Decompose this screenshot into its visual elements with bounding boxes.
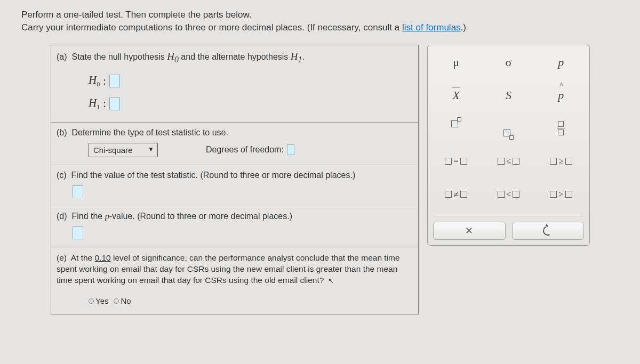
h0-input[interactable] [109,75,120,87]
no-label: No [121,296,131,306]
p-sym: p [105,212,109,221]
formulas-link[interactable]: list of formulas [402,22,461,33]
sym-p[interactable]: p [538,51,584,74]
part-a-text-mid: and the alternate hypothesis [179,52,291,61]
part-e-label: (e) [57,253,67,262]
section-e: (e) At the 0.10 level of significance, c… [51,247,418,314]
degrees-input[interactable] [287,144,294,155]
section-a: (a) State the null hypothesis H0 and the… [51,45,418,123]
ge-label: ≥ [558,156,563,167]
part-c-label: (c) [57,171,67,180]
h0-sym: H [167,51,174,62]
h0-sub: 0 [174,54,179,63]
sym-eq[interactable]: = [433,150,479,173]
ne-label: ≠ [453,189,458,200]
sym-fraction[interactable] [538,117,584,140]
sym-superscript[interactable] [433,117,479,140]
clear-button[interactable]: ✕ [433,222,506,240]
radio-yes[interactable]: Yes [89,296,108,306]
sym-subscript[interactable] [485,117,531,140]
sym-gt[interactable]: > [538,183,584,206]
part-b-label: (b) [57,128,67,137]
part-e-pre: At the [71,253,95,262]
pvalue-input[interactable] [73,227,83,239]
sym-s[interactable]: S [485,84,531,107]
sym-le[interactable]: ≤ [485,150,531,173]
close-icon: ✕ [465,225,473,237]
section-c: (c) Find the value of the test statistic… [51,165,418,206]
symbol-palette: μ σ p X S p = ≤ ≥ ≠ < > ✕ [427,45,590,246]
part-a-text-pre: State the null hypothesis [71,52,167,61]
sig-level: 0.10 [95,253,111,262]
section-d: (d) Find the p-value. (Round to three or… [51,206,418,247]
part-a-label: (a) [57,52,67,61]
radio-no[interactable]: No [114,296,131,306]
le-label: ≤ [506,156,511,167]
sym-ne[interactable]: ≠ [433,183,479,206]
undo-icon [542,224,554,237]
section-b: (b) Determine the type of test statistic… [51,123,418,165]
sym-phat[interactable]: p [538,84,584,107]
part-d-post: -value. (Round to three or more decimal … [109,212,292,221]
gt-label: > [558,189,564,200]
instruction-line1: Perform a one-tailed test. Then complete… [21,10,252,20]
h1-sym: H [291,51,298,62]
sym-lt[interactable]: < [485,183,531,206]
instruction-line2-pre: Carry your intermediate computations to … [21,22,402,33]
part-d-pre: Find the [71,212,105,221]
eq-label: = [453,156,459,167]
yes-label: Yes [95,296,108,306]
sym-ge[interactable]: ≥ [538,150,584,173]
instruction-line2-post: .) [461,22,466,33]
problem-container: (a) State the null hypothesis H0 and the… [51,45,419,314]
cursor-icon: ↖ [326,277,334,285]
h1-input[interactable] [109,98,120,110]
part-d-label: (d) [57,212,67,221]
undo-button[interactable] [512,222,585,240]
sym-mu[interactable]: μ [433,51,479,74]
lt-label: < [506,189,511,200]
part-c-text: Find the value of the test statistic. (R… [71,171,356,180]
test-stat-input[interactable] [73,185,83,198]
sym-xbar[interactable]: X [433,84,479,107]
degrees-label: Degrees of freedom: [206,145,284,155]
sym-sigma[interactable]: σ [485,51,531,74]
part-b-text: Determine the type of test statistic to … [71,128,228,137]
part-a-text-post: . [302,52,304,61]
xbar-label: X [452,88,459,102]
test-statistic-select[interactable]: Chi-square [89,143,158,157]
